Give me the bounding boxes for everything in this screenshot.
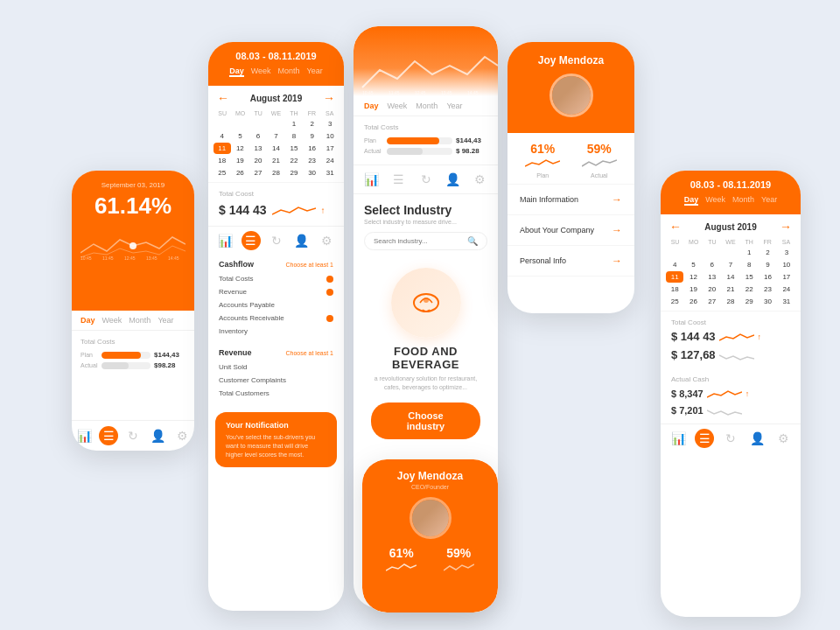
- cal-next[interactable]: →: [323, 91, 335, 105]
- screen6-stats: 61% 59%: [373, 546, 487, 576]
- rev-unit: Unit Sold: [219, 360, 333, 374]
- screen-6: Joy Mendoza CEO/Founder 61% 59%: [362, 459, 498, 612]
- nav5-user[interactable]: 👤: [747, 429, 766, 448]
- screen2-header: 08.03 - 08.11.2019 Day Week Month Year: [208, 42, 344, 86]
- screen1-actual-bar: Actual $98.28: [80, 361, 186, 369]
- actual-label: Actual: [80, 362, 98, 368]
- tab2-year[interactable]: Year: [307, 66, 323, 77]
- cal5-month: August 2019: [704, 222, 756, 232]
- choose-industry-btn[interactable]: Choose industry: [371, 402, 480, 439]
- rev-customers: Total Customers: [219, 387, 333, 400]
- nav3-refresh[interactable]: ↻: [416, 170, 436, 189]
- arrow-2: →: [612, 224, 622, 236]
- tab5-month[interactable]: Month: [732, 195, 754, 206]
- search-bar: 🔍: [364, 232, 487, 250]
- screen1-date: September 03, 2019: [80, 181, 186, 189]
- tab-year[interactable]: Year: [158, 316, 173, 325]
- screen-2: 08.03 - 08.11.2019 Day Week Month Year ←…: [208, 42, 344, 611]
- tab-month[interactable]: Month: [129, 316, 150, 325]
- tab5-year[interactable]: Year: [761, 195, 777, 206]
- nav-chart-icon[interactable]: 📊: [74, 426, 94, 445]
- choose-at-2[interactable]: Choose at least 1: [286, 350, 333, 356]
- tab-day[interactable]: Day: [80, 316, 95, 325]
- nav-gear-icon[interactable]: ⚙: [172, 426, 192, 445]
- screen2-bottom-nav: 📊 ☰ ↻ 👤 ⚙: [208, 226, 344, 255]
- screen5-cost-val1: $ 144 43: [671, 330, 716, 343]
- svg-point-0: [130, 242, 136, 249]
- nav-user-icon[interactable]: 👤: [148, 426, 167, 445]
- screen6-avatar: [410, 497, 452, 539]
- nav3-list[interactable]: ☰: [389, 170, 409, 189]
- nav5-refresh[interactable]: ↻: [721, 429, 740, 448]
- nav3-user[interactable]: 👤: [444, 170, 463, 189]
- nav5-list[interactable]: ☰: [695, 429, 714, 448]
- screen2-calendar: SUMOTUWETHFRSA 123 45678910 111213141516…: [208, 110, 344, 182]
- nav-list-icon[interactable]: ☰: [99, 426, 118, 445]
- actual-cash2: $ 7,201: [671, 405, 704, 416]
- cal-weekdays: SUMOTUWETHFRSA: [214, 110, 339, 116]
- tab-week[interactable]: Week: [102, 316, 122, 325]
- avatar-wrap: [518, 74, 624, 117]
- nav2-gear[interactable]: ⚙: [318, 231, 337, 250]
- tab2-day[interactable]: Day: [229, 66, 244, 77]
- screen5-date-range: 08.03 - 08.11.2019: [669, 179, 792, 190]
- tab5-day[interactable]: Day: [684, 195, 699, 206]
- plan-stat: 61% Plan: [525, 142, 560, 178]
- actual-stat: 59% Actual: [582, 142, 617, 178]
- nav-refresh-icon[interactable]: ↻: [123, 426, 143, 445]
- nav3-gear[interactable]: ⚙: [471, 170, 490, 189]
- tab3-month[interactable]: Month: [416, 102, 438, 110]
- industry-name: FOOD AND BEVERAGE: [371, 345, 480, 371]
- screen-5: 08.03 - 08.11.2019 Day Week Month Year ←…: [661, 171, 801, 617]
- tab3-year[interactable]: Year: [446, 102, 462, 110]
- screen6-header: Joy Mendoza CEO/Founder 61% 59%: [362, 459, 498, 612]
- cf-ar: Accounts Receivable: [219, 312, 333, 325]
- tab2-week[interactable]: Week: [251, 66, 271, 77]
- wave5-2: [719, 348, 754, 361]
- svg-text:14:45: 14:45: [168, 256, 179, 261]
- cf-dot-1: [326, 276, 333, 283]
- screen1-costs: Total Costs Plan $144,43 Actual $98.28: [72, 331, 194, 379]
- revenue-section: Revenue Choose at least 1 Unit Sold Cust…: [208, 343, 344, 405]
- nav5-chart[interactable]: 📊: [668, 429, 688, 448]
- revenue-label: Revenue: [219, 348, 252, 357]
- cf-dot-3: [326, 315, 333, 322]
- tab2-month[interactable]: Month: [278, 66, 300, 77]
- nav2-list[interactable]: ☰: [242, 231, 261, 250]
- menu-about-company[interactable]: About Your Company →: [508, 215, 634, 246]
- cal5-prev[interactable]: ←: [669, 220, 682, 234]
- industry-icon-wrap: [391, 268, 461, 338]
- choose-at[interactable]: Choose at least 1: [286, 262, 333, 268]
- tab3-day[interactable]: Day: [364, 102, 379, 110]
- arrow-1: →: [612, 193, 622, 206]
- nav2-refresh[interactable]: ↻: [267, 231, 286, 250]
- actual-label: Actual: [582, 172, 617, 178]
- cal5-next[interactable]: →: [780, 220, 792, 234]
- notification-box: Your Notification You've select the sub-…: [215, 412, 337, 467]
- screen5-cost-val2: $ 127,68: [671, 348, 716, 361]
- svg-text:10:45: 10:45: [362, 90, 374, 95]
- nav2-chart[interactable]: 📊: [216, 231, 235, 250]
- industry-card: FOOD AND BEVERAGE a revolutionary soluti…: [354, 268, 498, 448]
- food-icon: [409, 285, 444, 320]
- menu-personal-info[interactable]: Personal Info →: [508, 246, 634, 276]
- tab5-week[interactable]: Week: [705, 195, 725, 206]
- actual-cash-label: Actual Cash: [671, 375, 790, 383]
- wave5-4: [707, 403, 742, 416]
- search-input[interactable]: [374, 237, 467, 245]
- nav3-chart[interactable]: 📊: [362, 170, 382, 189]
- nav5-gear[interactable]: ⚙: [774, 429, 793, 448]
- plan-label: Plan: [80, 352, 98, 358]
- screen3-costs: Total Costs Plan $144,43 Actual $ 98.28: [354, 116, 498, 164]
- actual-value: $98.28: [154, 361, 186, 369]
- svg-text:14:45: 14:45: [467, 90, 479, 95]
- menu-main-info[interactable]: Main Information →: [508, 185, 634, 215]
- cal-prev[interactable]: ←: [217, 91, 229, 105]
- cashflow-section: Cashflow Choose at least 1 Total Costs R…: [208, 255, 344, 343]
- tab3-week[interactable]: Week: [388, 102, 408, 110]
- screen3-top-chart: 10:45 11:45 12:45 13:45 14:45: [354, 26, 498, 96]
- wave5-1: [719, 330, 754, 343]
- nav2-user[interactable]: 👤: [292, 231, 312, 250]
- arrow5-up1: ↑: [758, 332, 762, 341]
- profile-avatar: [550, 74, 593, 117]
